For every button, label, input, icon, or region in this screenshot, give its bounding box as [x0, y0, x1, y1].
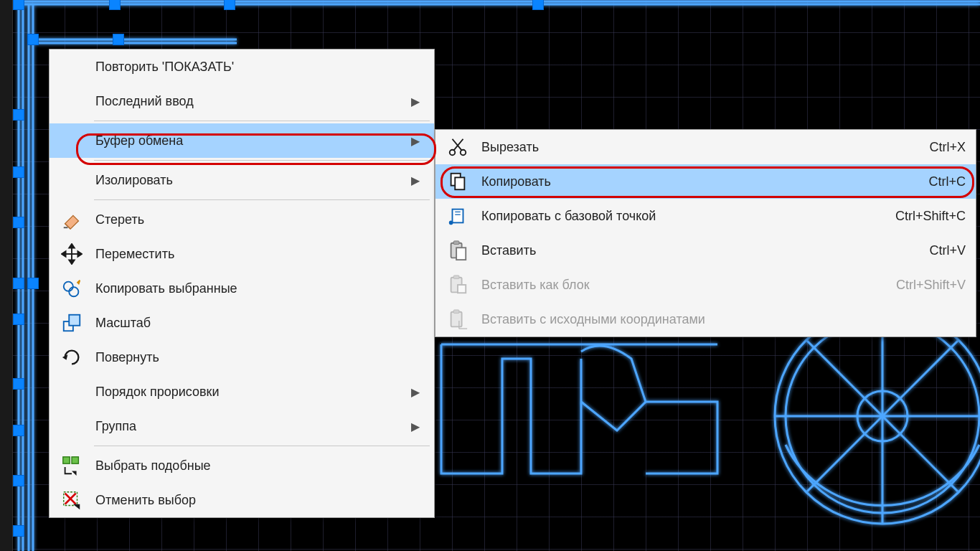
menu-label: Стереть	[94, 212, 424, 227]
grip[interactable]	[13, 425, 24, 436]
svg-rect-27	[63, 457, 70, 463]
submenu-arrow-icon: ▶	[407, 134, 424, 148]
svg-point-22	[64, 282, 73, 291]
menu-separator	[94, 121, 430, 121]
menu-label: Вырезать	[480, 140, 908, 155]
move-icon	[50, 243, 94, 265]
select-similar-icon	[50, 455, 94, 476]
submenu-item-copy-base[interactable]: Копировать с базовой точкой Ctrl+Shift+C	[435, 199, 976, 233]
menu-item-draw-order[interactable]: Порядок прорисовки ▶	[50, 375, 434, 409]
menu-separator	[94, 199, 430, 200]
menu-label: Выбрать подобные	[94, 458, 424, 474]
svg-marker-29	[72, 471, 77, 476]
submenu-item-copy[interactable]: Копировать Ctrl+C	[435, 164, 976, 199]
svg-rect-49	[453, 310, 459, 314]
grip[interactable]	[13, 475, 24, 486]
svg-line-36	[453, 139, 463, 151]
menu-item-select-similar[interactable]: Выбрать подобные	[50, 448, 434, 483]
menu-label: Повторить 'ПОКАЗАТЬ'	[94, 60, 424, 75]
grip[interactable]	[13, 217, 24, 228]
svg-marker-19	[69, 260, 75, 264]
grip[interactable]	[13, 314, 24, 325]
menu-item-clipboard[interactable]: Буфер обмена ▶	[50, 123, 434, 158]
svg-point-23	[69, 287, 78, 296]
svg-rect-43	[453, 241, 459, 245]
shortcut-label: Ctrl+Shift+C	[874, 209, 966, 224]
svg-marker-20	[62, 251, 66, 257]
menu-item-rotate[interactable]: Повернуть	[50, 340, 434, 375]
submenu-arrow-icon: ▶	[407, 385, 424, 399]
svg-rect-25	[69, 315, 80, 326]
copy-icon	[435, 171, 480, 192]
submenu-item-paste-block: Вставить как блок Ctrl+Shift+V	[435, 268, 976, 302]
copy-selected-icon	[50, 278, 94, 299]
menu-separator	[94, 160, 430, 161]
menu-item-last-input[interactable]: Последний ввод ▶	[50, 84, 434, 118]
grip[interactable]	[13, 525, 24, 537]
svg-rect-47	[458, 285, 466, 293]
shortcut-label: Ctrl+C	[907, 174, 966, 189]
menu-label: Вставить	[480, 243, 908, 258]
svg-rect-39	[455, 177, 464, 189]
svg-rect-46	[453, 276, 459, 279]
menu-item-move[interactable]: Переместить	[50, 237, 434, 271]
copy-basepoint-icon	[435, 205, 480, 227]
menu-label: Копировать выбранные	[94, 281, 424, 296]
paste-icon	[435, 240, 480, 261]
submenu-item-paste-orig: Вставить с исходными координатами	[435, 302, 976, 336]
menu-item-copy-selected[interactable]: Копировать выбранные	[50, 271, 434, 306]
menu-label: Вставить с исходными координатами	[480, 312, 944, 327]
grip[interactable]	[13, 109, 24, 121]
svg-rect-48	[451, 312, 462, 327]
svg-rect-44	[456, 248, 466, 260]
menu-label: Изолировать	[94, 173, 407, 188]
grip[interactable]	[532, 0, 544, 10]
cut-icon	[435, 136, 480, 158]
paste-block-icon	[435, 274, 480, 296]
menu-item-isolate[interactable]: Изолировать ▶	[50, 163, 434, 197]
menu-label: Группа	[94, 419, 407, 434]
svg-rect-28	[72, 457, 78, 463]
grip[interactable]	[13, 166, 24, 178]
svg-marker-21	[77, 251, 82, 257]
eraser-icon	[50, 209, 94, 230]
menu-label: Последний ввод	[94, 94, 407, 109]
submenu-item-paste[interactable]: Вставить Ctrl+V	[435, 233, 976, 268]
menu-separator	[94, 446, 430, 446]
menu-item-cancel-selection[interactable]: Отменить выбор	[50, 483, 434, 517]
menu-item-erase[interactable]: Стереть	[50, 202, 434, 237]
svg-point-41	[449, 221, 453, 225]
grip[interactable]	[13, 378, 24, 390]
scale-icon	[50, 312, 94, 334]
submenu-item-cut[interactable]: Вырезать Ctrl+X	[435, 130, 976, 164]
shortcut-label: Ctrl+V	[908, 243, 966, 258]
submenu-arrow-icon: ▶	[407, 95, 424, 108]
menu-item-scale[interactable]: Масштаб	[50, 306, 434, 340]
submenu-arrow-icon: ▶	[407, 174, 424, 187]
cancel-selection-icon	[50, 489, 94, 511]
menu-label: Буфер обмена	[94, 133, 407, 149]
grip[interactable]	[27, 34, 39, 45]
shortcut-label: Ctrl+X	[908, 140, 966, 155]
menu-item-group[interactable]: Группа ▶	[50, 409, 434, 443]
menu-label: Отменить выбор	[94, 493, 424, 508]
menu-label: Копировать	[480, 174, 907, 189]
submenu-arrow-icon: ▶	[407, 420, 424, 433]
grip[interactable]	[224, 0, 235, 10]
clipboard-submenu[interactable]: Вырезать Ctrl+X Копировать Ctrl+C Копиро…	[435, 129, 976, 337]
grip[interactable]	[113, 34, 124, 45]
grip[interactable]	[109, 0, 121, 10]
grip[interactable]	[13, 0, 24, 10]
menu-label: Повернуть	[94, 350, 424, 365]
svg-marker-18	[69, 244, 75, 248]
rotate-icon	[50, 347, 94, 368]
svg-marker-33	[73, 504, 80, 510]
menu-label: Порядок прорисовки	[94, 385, 407, 400]
menu-label: Масштаб	[94, 316, 424, 331]
context-menu[interactable]: Повторить 'ПОКАЗАТЬ' Последний ввод ▶ Бу…	[49, 49, 435, 518]
menu-label: Вставить как блок	[480, 278, 875, 293]
menu-label: Переместить	[94, 247, 424, 262]
menu-item-repeat[interactable]: Повторить 'ПОКАЗАТЬ'	[50, 50, 434, 84]
grip[interactable]	[27, 278, 39, 289]
grip[interactable]	[13, 278, 24, 289]
